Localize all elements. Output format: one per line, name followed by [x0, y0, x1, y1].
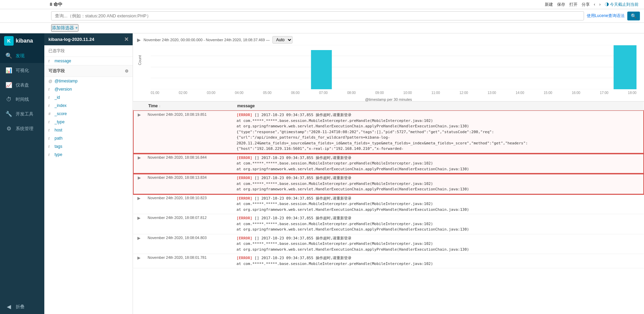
sidebar-item-visualize-label: 可视化	[16, 67, 29, 74]
expand-button[interactable]: ▶	[136, 196, 142, 201]
log-table: Time ↕ message ▶November 24th 2020, 18:0…	[133, 101, 644, 268]
expand-button[interactable]: ▶	[136, 112, 142, 117]
log-time-cell: November 24th 2020, 18:08:04.803	[145, 234, 234, 254]
index-name: kibana-log-2020.11.24	[48, 37, 94, 42]
top-toolbar: 8 命中 新建 保存 打开 分享 ‹ › ◑ 今天截止到当前	[0, 0, 644, 9]
collapse-icon: ◀	[5, 303, 12, 310]
field-index-name: _index	[55, 103, 66, 108]
available-fields-header: 可选字段 ⚙	[44, 65, 133, 77]
field-timestamp-name: @timestamp	[55, 79, 78, 83]
log-time-cell: November 24th 2020, 18:08:01.781	[145, 254, 234, 268]
field-version[interactable]: t @version	[44, 85, 133, 93]
collapse-label: 折叠	[16, 304, 25, 310]
discover-icon: 🔍	[5, 52, 12, 59]
field-tags[interactable]: t tags	[44, 142, 133, 151]
field-host[interactable]: t host	[44, 126, 133, 134]
log-message-cell: [ERROR] [] 2017-10-23 09:34:37,855 操作超时,…	[234, 174, 644, 194]
time-sort-icon: ↕	[159, 104, 161, 108]
search-input[interactable]	[51, 11, 584, 20]
devtools-icon: 🔧	[5, 111, 12, 117]
sidebar-item-management[interactable]: ⚙ 系统管理	[0, 121, 44, 136]
log-message-cell: [ERROR] [] 2017-10-23 09:34:37,855 操作超时,…	[234, 234, 644, 254]
field-type2[interactable]: t type	[44, 151, 133, 159]
field-score[interactable]: # _score	[44, 110, 133, 118]
sidebar-item-management-label: 系统管理	[16, 126, 33, 132]
new-button[interactable]: 新建	[545, 2, 553, 7]
main-layout: K kibana 🔍 发现 📊 可视化 📈 仪表盘 ⏱ 时间线 🔧 开发工具 ⚙…	[0, 33, 644, 314]
content-area: kibana-log-2020.11.24 ✕ 已选字段 t message 可…	[44, 33, 644, 314]
dashboard-icon: 📈	[5, 82, 12, 88]
log-message-cell: [ERROR] [] 2017-10-23 09:34:37,855 操作超时,…	[234, 111, 644, 154]
selected-field-message[interactable]: t message	[44, 57, 133, 65]
search-button[interactable]: 🔍	[627, 12, 640, 20]
table-row: ▶November 24th 2020, 18:08:16.844[ERROR]…	[133, 154, 644, 174]
available-fields-title: 可选字段	[48, 68, 65, 74]
close-index-button[interactable]: ✕	[124, 36, 129, 43]
expand-button[interactable]: ▶	[136, 236, 142, 240]
save-button[interactable]: 保存	[557, 2, 565, 7]
field-path-name: path	[55, 136, 62, 141]
field-id-name: _id	[55, 95, 60, 100]
sidebar-item-dashboard-label: 仪表盘	[16, 82, 29, 88]
sidebar-item-discover[interactable]: 🔍 发现	[0, 48, 44, 63]
nav-left-button[interactable]: ‹	[594, 2, 595, 7]
lucene-link[interactable]: 使用Lucene查询语法	[587, 13, 625, 19]
histogram-chart: 0 2 4 6 8	[151, 45, 636, 89]
log-message-cell: [ERROR] [] 2017-10-23 09:34:37,855 操作超时,…	[234, 214, 644, 234]
field-id[interactable]: t _id	[44, 93, 133, 101]
expand-col-header	[133, 101, 145, 111]
field-path[interactable]: t path	[44, 134, 133, 142]
field-timestamp[interactable]: @ @timestamp	[44, 77, 133, 85]
auto-select[interactable]: Auto	[272, 36, 293, 44]
log-message-cell: [ERROR] [] 2017-10-23 09:34:37,855 操作超时,…	[234, 154, 644, 174]
table-row: ▶November 24th 2020, 18:08:13.834[ERROR]…	[133, 174, 644, 194]
nav-right-button[interactable]: ›	[599, 2, 601, 7]
count-badge: 8 命中	[50, 1, 62, 7]
chart-time-range: November 24th 2020, 00:00:00.000 - Novem…	[144, 38, 270, 42]
selected-fields-title: 已选字段	[44, 45, 133, 57]
today-button[interactable]: ◑ 今天截止到当前	[605, 2, 639, 7]
chart-nav-left[interactable]: ▶	[137, 37, 141, 43]
sidebar-item-devtools[interactable]: 🔧 开发工具	[0, 107, 44, 121]
expand-button[interactable]: ▶	[136, 175, 142, 180]
message-col-header: message	[234, 101, 644, 111]
sidebar-logo: K kibana	[0, 33, 44, 48]
log-message-cell: [ERROR] [] 2017-10-23 09:34:37,855 操作超时,…	[234, 194, 644, 214]
field-version-name: @version	[55, 87, 72, 92]
log-time-cell: November 24th 2020, 18:08:19.851	[145, 111, 234, 154]
log-time-cell: November 24th 2020, 18:08:10.823	[145, 194, 234, 214]
log-table-container[interactable]: Time ↕ message ▶November 24th 2020, 18:0…	[133, 101, 644, 314]
fields-panel: kibana-log-2020.11.24 ✕ 已选字段 t message 可…	[44, 33, 133, 314]
sidebar-item-dashboard[interactable]: 📈 仪表盘	[0, 78, 44, 92]
log-time-cell: November 24th 2020, 18:08:16.844	[145, 154, 234, 174]
chart-footer: @timestamp per 30 minutes	[137, 97, 640, 101]
field-message-name: message	[55, 59, 71, 63]
add-filter-button[interactable]: 添加筛选器 +	[51, 24, 78, 32]
search-area: 使用Lucene查询语法 🔍	[0, 9, 644, 23]
svg-rect-10	[311, 50, 332, 89]
index-header: kibana-log-2020.11.24 ✕	[44, 33, 133, 45]
share-button[interactable]: 分享	[582, 2, 590, 7]
log-message-cell: [ERROR] [] 2017-10-23 09:34:37,855 操作超时,…	[234, 254, 644, 268]
table-row: ▶November 24th 2020, 18:08:01.781[ERROR]…	[133, 254, 644, 268]
expand-button[interactable]: ▶	[136, 216, 142, 220]
y-axis-label: Count	[138, 55, 142, 65]
field-host-name: host	[55, 128, 62, 132]
expand-button[interactable]: ▶	[136, 255, 142, 260]
chart-container: ▶ November 24th 2020, 00:00:00.000 - Nov…	[133, 33, 644, 101]
log-time-cell: November 24th 2020, 18:08:13.834	[145, 174, 234, 194]
timeline-icon: ⏱	[5, 96, 12, 103]
gear-icon[interactable]: ⚙	[125, 69, 129, 74]
sidebar-item-timeline[interactable]: ⏱ 时间线	[0, 92, 44, 107]
svg-rect-11	[614, 45, 636, 89]
table-row: ▶November 24th 2020, 18:08:04.803[ERROR]…	[133, 234, 644, 254]
expand-button[interactable]: ▶	[136, 155, 142, 160]
field-type[interactable]: t _type	[44, 118, 133, 126]
field-index[interactable]: t _index	[44, 101, 133, 110]
sidebar-item-visualize[interactable]: 📊 可视化	[0, 63, 44, 78]
filter-bar: 添加筛选器 +	[0, 23, 644, 33]
open-button[interactable]: 打开	[569, 2, 578, 7]
time-col-header[interactable]: Time ↕	[145, 101, 234, 111]
field-type2-name: type	[55, 152, 62, 157]
sidebar-collapse[interactable]: ◀ 折叠	[0, 299, 44, 314]
